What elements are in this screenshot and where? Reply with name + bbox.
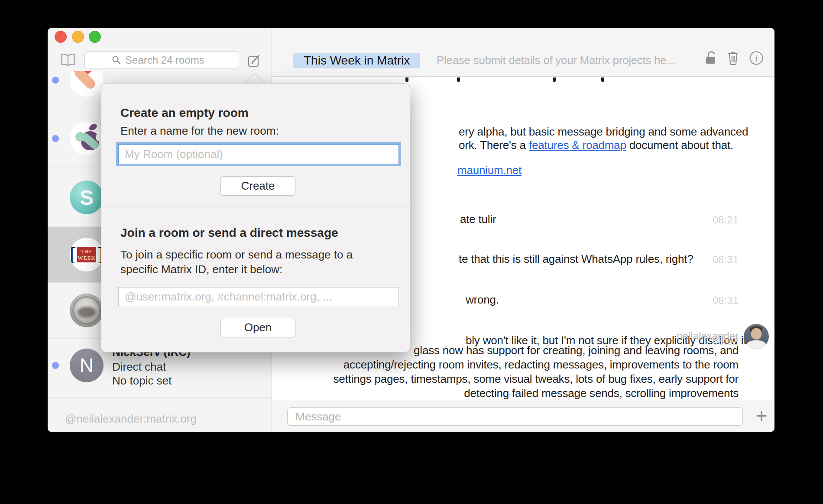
room-topic[interactable]: Please submit details of your Matrix pro… — [437, 54, 697, 67]
own-message-sender: neilalexander — [677, 330, 739, 342]
unread-dot — [52, 77, 59, 84]
join-room-title: Join a room or send a direct message — [120, 226, 338, 240]
info-icon: i — [749, 51, 764, 65]
room-avatar-orange-k — [70, 71, 104, 97]
message-timestamp: 08:21 — [713, 214, 739, 226]
unread-dot — [52, 135, 59, 142]
composer-bar: + — [272, 400, 774, 432]
message-text: te that this is still against WhatsApp r… — [459, 252, 693, 266]
sidebar-footer-divider — [48, 397, 272, 398]
message-text: wrong. — [466, 293, 499, 307]
room-topic-line: No topic set — [112, 374, 172, 388]
avatar-letter: S — [80, 186, 94, 210]
message-text: ery alpha, but basic message bridging an… — [459, 125, 748, 152]
create-room-title: Create an empty room — [120, 106, 249, 120]
current-user-id: @neilalexander:matrix.org — [65, 412, 197, 426]
message-text: ate tulir — [460, 213, 496, 226]
room-avatar-engraving — [70, 294, 104, 327]
own-avatar — [744, 324, 769, 349]
app-window: 1981 members S [ THE WEE — [48, 28, 774, 432]
svg-text:i: i — [755, 53, 758, 64]
room-info-button[interactable]: i — [749, 49, 766, 67]
close-button[interactable] — [55, 31, 67, 43]
join-room-field[interactable] — [118, 287, 399, 306]
message-input[interactable] — [287, 407, 743, 426]
search-icon — [112, 55, 121, 65]
room-avatar-the-week: [ THE WEEK ] — [70, 238, 104, 271]
encryption-unlocked-button[interactable] — [705, 49, 722, 67]
room-avatar-apple — [70, 122, 104, 155]
popover-divider — [101, 207, 410, 207]
create-room-popover: Create an empty room Enter a name for th… — [101, 65, 410, 352]
avatar-letter: N — [80, 355, 94, 376]
join-room-input[interactable] — [119, 288, 399, 306]
message-timestamp: 08:31 — [713, 254, 739, 266]
create-room-label: Enter a name for the new room: — [120, 123, 279, 138]
search-input[interactable] — [125, 54, 212, 66]
zoom-button[interactable] — [89, 31, 101, 43]
room-type: Direct chat — [112, 360, 166, 374]
join-room-description: To join a specific room or send a messag… — [120, 247, 353, 277]
unlocked-padlock-icon — [705, 50, 719, 66]
features-roadmap-link[interactable]: features & roadmap — [529, 139, 626, 152]
open-button[interactable]: Open — [220, 318, 295, 337]
trash-icon — [726, 50, 740, 66]
room-avatar-s: S — [70, 181, 104, 214]
attach-button[interactable]: + — [752, 404, 771, 428]
the-week-logo: THE WEEK — [77, 247, 97, 262]
message-timestamp: 08:31 — [713, 294, 739, 307]
minimize-button[interactable] — [72, 31, 84, 43]
unread-dot — [52, 362, 59, 369]
create-button[interactable]: Create — [220, 176, 295, 196]
bracket-left: [ — [70, 245, 76, 264]
maunium-link[interactable]: maunium.net — [457, 164, 522, 177]
room-name-input[interactable] — [119, 145, 399, 164]
directory-book-icon[interactable] — [61, 53, 75, 67]
room-avatar-n: N — [70, 349, 104, 382]
room-name-field[interactable] — [118, 144, 399, 164]
message-text: maunium.net — [457, 164, 522, 177]
delete-room-button[interactable] — [726, 49, 744, 67]
